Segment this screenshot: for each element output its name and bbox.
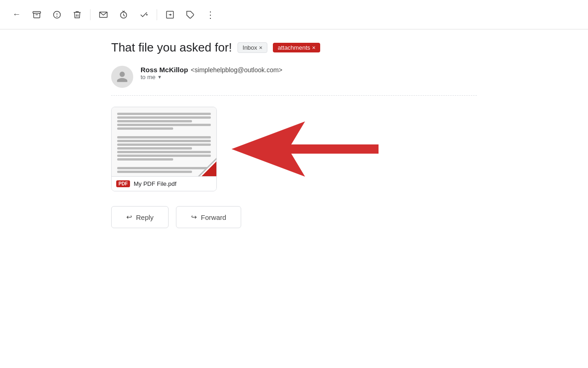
attachment-section: PDF My PDF File.pdf [111, 107, 477, 191]
label-button[interactable] [181, 6, 199, 24]
inbox-tag-close[interactable]: × [259, 44, 263, 51]
pdf-line [117, 136, 211, 138]
svg-marker-9 [232, 121, 379, 177]
person-icon [116, 70, 129, 83]
action-buttons: ↩ Reply ↪ Forward [111, 206, 477, 228]
pdf-line [117, 124, 211, 126]
pdf-spacer [117, 131, 211, 135]
svg-point-3 [57, 16, 57, 16]
delete-icon [73, 10, 82, 19]
pdf-footer: PDF My PDF File.pdf [112, 176, 216, 191]
pdf-line [117, 120, 192, 122]
label-icon [186, 10, 195, 19]
email-divider [111, 95, 477, 96]
back-icon: ← [12, 10, 21, 19]
sender-info: Ross McKillop <simplehelpblog@outlook.co… [141, 66, 283, 80]
archive-icon [32, 10, 41, 19]
more-button[interactable]: ⋮ [201, 6, 220, 24]
pdf-attachment[interactable]: PDF My PDF File.pdf [111, 107, 217, 191]
mark-unread-button[interactable] [94, 6, 113, 24]
reply-button[interactable]: ↩ Reply [111, 206, 169, 228]
pdf-corner-red [202, 161, 216, 176]
inbox-tag-label: Inbox [243, 44, 257, 51]
pdf-line [117, 116, 211, 119]
pdf-preview [112, 107, 216, 176]
back-button[interactable]: ← [7, 6, 26, 24]
red-arrow-icon [232, 121, 379, 177]
pdf-spacer [117, 162, 211, 166]
attachments-tag-close[interactable]: × [312, 44, 316, 51]
email-subject: That file you asked for! [111, 40, 232, 55]
forward-button[interactable]: ↪ Forward [176, 206, 241, 228]
inbox-tag[interactable]: Inbox × [237, 42, 267, 53]
avatar [111, 66, 133, 88]
pdf-line [117, 171, 192, 173]
pdf-line [117, 167, 211, 169]
attachments-tag-label: attachments [277, 44, 310, 51]
toolbar-divider-2 [157, 9, 157, 20]
sender-name: Ross McKillop [141, 66, 188, 74]
pdf-filename: My PDF File.pdf [134, 180, 176, 187]
report-button[interactable] [48, 6, 66, 24]
subject-line: That file you asked for! Inbox × attachm… [111, 40, 477, 55]
toolbar-divider-1 [90, 9, 90, 20]
pdf-line [117, 158, 173, 161]
forward-icon: ↪ [191, 213, 197, 221]
reply-label: Reply [136, 213, 153, 221]
arrow-container [232, 121, 379, 177]
forward-label: Forward [201, 213, 226, 221]
report-icon [52, 10, 62, 19]
pdf-text-preview [117, 113, 211, 173]
pdf-line [117, 127, 173, 130]
to-me-label: to me [141, 74, 156, 80]
snooze-icon [119, 10, 128, 19]
attachments-tag[interactable]: attachments × [273, 43, 320, 52]
svg-rect-0 [33, 12, 41, 13]
chevron-down-icon: ▼ [158, 75, 162, 80]
pdf-line [117, 151, 211, 153]
pdf-line [117, 155, 211, 157]
add-task-icon [139, 10, 148, 19]
mark-unread-icon [99, 10, 108, 19]
sender-row: Ross McKillop <simplehelpblog@outlook.co… [111, 66, 477, 88]
snooze-button[interactable] [114, 6, 133, 24]
reply-icon: ↩ [126, 213, 132, 221]
pdf-line [117, 113, 211, 115]
pdf-line [117, 140, 211, 142]
pdf-line [117, 147, 192, 150]
move-to-button[interactable] [161, 6, 179, 24]
delete-button[interactable] [68, 6, 86, 24]
pdf-badge: PDF [116, 180, 130, 187]
toolbar: ← [0, 0, 588, 29]
email-container: That file you asked for! Inbox × attachm… [96, 29, 492, 239]
to-me-dropdown[interactable]: to me ▼ [141, 74, 283, 80]
move-to-icon [165, 10, 175, 19]
sender-email: <simplehelpblog@outlook.com> [191, 66, 282, 74]
more-icon: ⋮ [206, 9, 215, 20]
pdf-line [117, 144, 211, 146]
add-task-button[interactable] [135, 6, 153, 24]
archive-button[interactable] [28, 6, 46, 24]
